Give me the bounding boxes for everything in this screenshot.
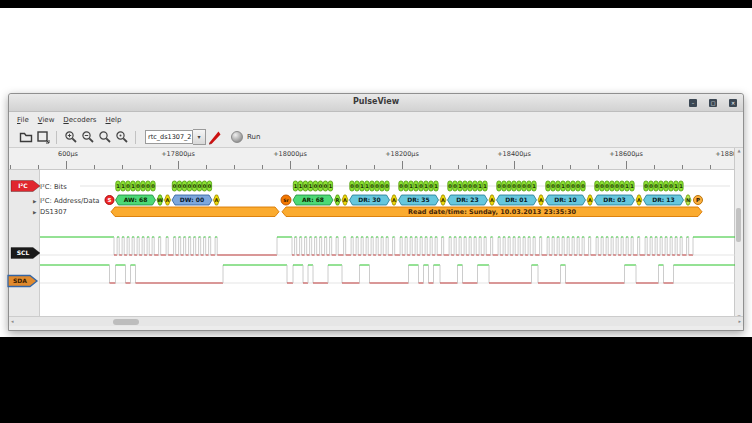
run-led-icon: [231, 131, 243, 143]
minimize-button[interactable]: –: [689, 99, 697, 107]
ruler-tick: [66, 161, 67, 169]
session-device-value: rtc_ds1307_2: [145, 130, 193, 144]
zoom-one-to-one-icon: [115, 130, 129, 144]
ruler-tick: [94, 165, 95, 169]
ruler-tick: [150, 165, 151, 169]
run-button[interactable]: Run: [231, 131, 260, 143]
scroll-left-icon[interactable]: ◂: [11, 317, 14, 326]
save-icon: [36, 130, 50, 144]
zoom-one-to-one-button[interactable]: [113, 129, 130, 145]
ruler-tick: [290, 161, 291, 169]
ruler-label: 600µs: [58, 150, 78, 158]
ruler-tick: [654, 165, 655, 169]
horizontal-scroll-thumb[interactable]: [113, 319, 139, 325]
close-button[interactable]: ✕: [729, 99, 737, 107]
save-session-button[interactable]: [34, 129, 51, 145]
ruler-label: +18000µs: [273, 150, 307, 158]
open-folder-icon: [19, 130, 33, 144]
ruler-label: +17800µs: [161, 150, 195, 158]
chevron-down-icon[interactable]: ▾: [193, 129, 206, 145]
open-session-button[interactable]: [17, 129, 34, 145]
session-device-combo[interactable]: rtc_ds1307_2 ▾: [145, 130, 206, 144]
toolbar-separator: [56, 131, 57, 144]
ruler-tick: [486, 165, 487, 169]
time-ruler[interactable]: 600µs+17800µs+18000µs+18200µs+18400µs+18…: [9, 148, 735, 170]
run-label: Run: [247, 133, 260, 141]
window-controls: – □ ✕: [689, 99, 737, 107]
ruler-tick: [206, 165, 207, 169]
trace-view[interactable]: [40, 170, 737, 319]
scroll-up-icon[interactable]: ▲: [735, 148, 743, 153]
ruler-tick: [234, 165, 235, 169]
menu-item-decoders[interactable]: Decoders: [63, 116, 96, 124]
toolbar: rtc_ds1307_2 ▾ Run: [9, 127, 743, 148]
screenshot-canvas: PulseView – □ ✕ FileViewDecodersHelp: [0, 0, 752, 423]
scroll-right-icon[interactable]: ▸: [738, 317, 741, 326]
ruler-tick: [122, 165, 123, 169]
menu-item-view[interactable]: View: [38, 116, 55, 124]
zoom-in-icon: [64, 130, 78, 144]
stage: PulseView – □ ✕ FileViewDecodersHelp: [0, 8, 752, 337]
probe-icon: [207, 130, 222, 145]
ruler-tick: [346, 165, 347, 169]
zoom-fit-icon: [98, 130, 112, 144]
ruler-label: +18600µs: [609, 150, 643, 158]
ruler-label: +18200µs: [385, 150, 419, 158]
ruler-tick: [38, 165, 39, 169]
ruler-tick: [710, 165, 711, 169]
maximize-button[interactable]: □: [709, 99, 717, 107]
zoom-fit-button[interactable]: [96, 129, 113, 145]
ruler-tick: [542, 165, 543, 169]
window-title: PulseView: [9, 97, 743, 106]
ruler-tick: [570, 165, 571, 169]
ruler-tick: [598, 165, 599, 169]
menu-item-help[interactable]: Help: [105, 116, 121, 124]
ruler-tick: [430, 165, 431, 169]
ruler-tick: [626, 161, 627, 169]
ruler-tick: [374, 165, 375, 169]
pulseview-window: PulseView – □ ✕ FileViewDecodersHelp: [8, 93, 744, 331]
vertical-scroll-thumb[interactable]: [736, 208, 741, 242]
menu-bar: FileViewDecodersHelp: [9, 112, 743, 127]
menu-item-file[interactable]: File: [17, 116, 29, 124]
zoom-out-button[interactable]: [79, 129, 96, 145]
channel-sidebar: [9, 170, 40, 319]
title-bar[interactable]: PulseView – □ ✕: [9, 94, 743, 112]
ruler-tick: [514, 161, 515, 169]
ruler-tick: [402, 161, 403, 169]
ruler-tick: [318, 165, 319, 169]
probe-config-button[interactable]: [206, 129, 223, 145]
horizontal-scrollbar[interactable]: ◂ ▸: [9, 316, 743, 326]
ruler-tick: [262, 165, 263, 169]
vertical-scrollbar[interactable]: ▲ ▼: [734, 148, 743, 319]
ruler-label: +18400µs: [497, 150, 531, 158]
ruler-tick: [458, 165, 459, 169]
ruler-tick: [682, 165, 683, 169]
ruler-label: +18800µs: [715, 150, 735, 158]
zoom-out-icon: [81, 130, 95, 144]
zoom-in-button[interactable]: [62, 129, 79, 145]
ruler-tick: [178, 161, 179, 169]
toolbar-separator: [135, 131, 136, 144]
ruler-tick: [10, 165, 11, 169]
